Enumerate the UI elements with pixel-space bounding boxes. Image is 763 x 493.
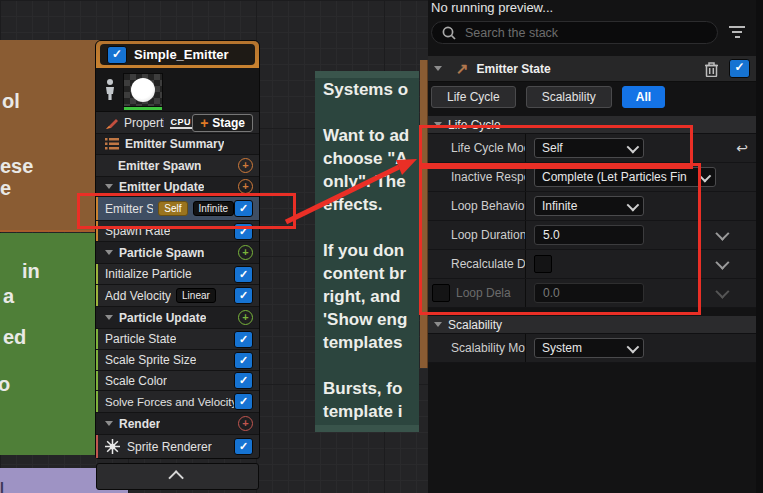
loop-delay-input[interactable]: 0.0 [534,283,644,303]
chevron-down-icon [627,340,640,353]
emitter-spawn-row[interactable]: Emitter Spawn + [96,155,259,177]
scalability-section-label: Scalability [448,318,502,332]
solve-forces-label: Solve Forces and Velocity [105,396,234,408]
search-input[interactable] [463,25,707,41]
emitter-state-label: Emitter State [105,202,153,216]
inactive-response-dropdown[interactable]: Complete (Let Particles Fin [534,167,716,187]
comment-line: 'Show eng [315,308,419,331]
comment-fragment: e [0,177,11,200]
collapse-triangle-icon[interactable] [105,421,113,426]
render-row[interactable]: Render + [96,413,259,435]
comment-line: If you don [315,239,419,262]
stage-color-strip [96,391,98,412]
renderer-enabled-checkbox[interactable]: ✓ [234,438,253,455]
emitter-node-header[interactable]: ✓ Simple_Emitter [96,41,259,68]
sprite-renderer-row[interactable]: Sprite Renderer ✓ [96,435,259,458]
emitter-thumbnail[interactable] [124,74,162,106]
stage-color-strip [96,221,98,241]
module-enabled-checkbox[interactable]: ✓ [234,331,253,348]
trash-icon[interactable] [704,61,719,77]
recalculate-checkbox[interactable] [534,255,552,273]
scale-sprite-size-row[interactable]: Scale Sprite Size ✓ [96,350,259,371]
particle-update-row[interactable]: Particle Update + [96,307,259,329]
add-stage-button[interactable]: + Stage [192,114,253,132]
module-enabled-checkbox[interactable]: ✓ [234,287,253,304]
comment-line: Want to ad [315,124,419,147]
emitter-summary-row[interactable]: Emitter Summary [96,134,259,155]
comment-line: choose "A [315,147,419,170]
add-renderer-icon[interactable]: + [238,416,253,431]
chevron-down-icon [627,140,640,153]
comment-line: Systems o [315,78,419,101]
emitter-enabled-checkbox[interactable]: ✓ [107,46,127,64]
emitter-state-section-header[interactable]: ↗ Emitter State ✓ [428,56,756,82]
person-icon [104,78,116,102]
collapse-triangle-icon[interactable] [434,322,442,327]
emitter-node-title: Simple_Emitter [134,47,229,62]
comment-note[interactable]: Systems o Want to ad choose "A only". Th… [315,71,419,432]
tab-life-cycle[interactable]: Life Cycle [431,86,516,108]
module-enabled-checkbox[interactable]: ✓ [234,393,253,410]
module-enabled-checkbox[interactable]: ✓ [234,223,253,240]
cpu-icon: CPU [170,117,193,129]
infinite-badge: Infinite [193,201,234,216]
module-enabled-checkbox[interactable]: ✓ [234,200,253,217]
spawn-rate-row[interactable]: Spawn Rate ✓ [96,221,259,242]
comment-fragment: ed [3,326,26,349]
module-enabled-checkbox[interactable]: ✓ [234,352,253,369]
collapse-triangle-icon[interactable] [105,250,113,255]
stage-color-strip [96,435,98,458]
add-module-icon[interactable]: + [238,179,253,194]
initialize-particle-label: Initialize Particle [105,267,192,281]
loop-duration-input[interactable]: 5.0 [534,225,644,245]
life-cycle-mode-row: Life Cycle Moc Self ↩ [428,134,756,163]
comment-fragment: a [3,285,14,308]
module-enabled-checkbox[interactable]: ✓ [234,372,253,389]
filter-icon[interactable] [729,26,745,38]
graph-canvas[interactable]: ol ese e in a ed o l Systems o Want to a… [0,0,428,493]
comment-fragment: in [22,260,40,283]
expand-chevron-icon[interactable] [715,256,729,270]
properties-row[interactable]: Properties CPU + Stage [96,112,259,134]
tab-scalability[interactable]: Scalability [526,86,612,108]
scalability-section[interactable]: Scalability [428,316,756,334]
scalability-mode-dropdown[interactable]: System [534,338,644,358]
loop-delay-enable-checkbox[interactable] [432,284,450,302]
emitter-update-row[interactable]: Emitter Update + [96,177,259,197]
stack-search-bar[interactable] [431,21,718,44]
sprite-star-icon [105,439,120,454]
collapse-triangle-icon[interactable] [434,122,442,127]
emitter-state-row[interactable]: Emitter State Self Infinite ✓ [96,197,259,221]
scale-color-row[interactable]: Scale Color ✓ [96,371,259,391]
collapse-triangle-icon[interactable] [105,315,113,320]
module-enabled-checkbox[interactable]: ✓ [234,266,253,283]
reset-to-default-icon[interactable]: ↩ [736,140,748,156]
scalability-mode-row: Scalability Mo System [428,334,756,363]
solve-forces-row[interactable]: Solve Forces and Velocity ✓ [96,391,259,413]
loop-duration-row: Loop Duration 5.0 [428,221,756,250]
collapse-triangle-icon[interactable] [105,184,113,189]
add-module-icon[interactable]: + [238,310,253,325]
initialize-particle-row[interactable]: Initialize Particle ✓ [96,264,259,285]
stage-color-strip [96,329,98,349]
collapse-triangle-icon[interactable] [434,66,442,71]
emitter-node[interactable]: ✓ Simple_Emitter Properties CPU + Stage [95,40,260,459]
panel-scrollbar[interactable] [756,0,763,493]
add-module-icon[interactable]: + [238,158,253,173]
expand-chevron-icon[interactable] [715,227,729,241]
recalculate-duration-label: Recalculate Du [428,250,526,278]
loop-delay-row: Loop Dela 0.0 [428,279,756,308]
stack-filter-tabs: Life Cycle Scalability All [431,86,665,108]
loop-behavior-dropdown[interactable]: Infinite [534,196,644,216]
tab-all[interactable]: All [622,86,665,108]
brush-icon [105,116,119,130]
node-collapse-footer[interactable] [96,463,259,490]
life-cycle-section[interactable]: Life Cycle [428,116,756,134]
particle-spawn-row[interactable]: Particle Spawn + [96,242,259,264]
life-cycle-mode-dropdown[interactable]: Self [534,138,644,158]
comment-line: templates [315,331,419,354]
add-module-icon[interactable]: + [238,245,253,260]
particle-state-row[interactable]: Particle State ✓ [96,329,259,350]
section-enabled-checkbox[interactable]: ✓ [729,59,750,78]
add-velocity-row[interactable]: Add Velocity Linear ✓ [96,285,259,307]
